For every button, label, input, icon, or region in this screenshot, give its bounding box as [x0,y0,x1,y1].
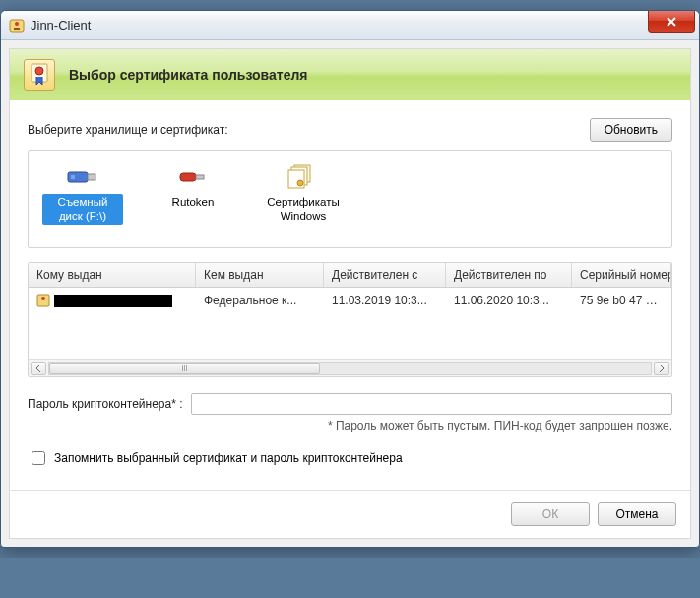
storage-list: Съемный диск (F:\) Rutoken [28,150,672,248]
usb-drive-icon [65,163,100,190]
table-row[interactable]: Федеральное к... 11.03.2019 10:3... 11.0… [29,288,671,313]
svg-point-6 [35,67,43,75]
ok-button[interactable]: ОК [511,502,590,526]
scroll-track[interactable] [48,362,652,375]
app-icon [9,18,25,33]
close-button[interactable] [648,11,695,33]
password-hint: * Пароль может быть пустым. ПИН-код буде… [28,419,672,432]
svg-rect-9 [71,175,75,179]
storage-item-label: Съемный диск (F:\) [42,194,123,225]
cell-issued-to [54,295,172,307]
window-title: Jinn-Client [31,18,91,33]
client-area: Выбор сертификата пользователя Выберите … [9,48,691,539]
cell-valid-to: 11.06.2020 10:3... [446,291,572,310]
cancel-button[interactable]: Отмена [598,502,676,526]
cell-issued-by: Федеральное к... [196,291,324,310]
banner-title: Выбор сертификата пользователя [69,67,308,83]
password-input[interactable] [191,393,672,415]
scroll-left-icon[interactable] [31,362,46,375]
remember-label: Запомнить выбранный сертификат и пароль … [54,451,403,465]
column-header-valid-to[interactable]: Действителен по [446,263,572,287]
certificate-banner-icon [24,59,55,91]
svg-point-17 [41,297,45,300]
svg-rect-8 [88,174,95,180]
column-header-issued-by[interactable]: Кем выдан [196,263,324,287]
banner: Выбор сертификата пользователя [10,49,690,100]
storage-item-removable-disk[interactable]: Съемный диск (F:\) [40,161,125,227]
svg-rect-2 [14,28,20,30]
scroll-right-icon[interactable] [654,362,669,375]
remember-checkbox[interactable] [32,451,45,465]
content: Выберите хранилище и сертификат: Обновит… [10,100,690,490]
rutoken-icon [175,163,211,190]
svg-point-15 [297,180,303,186]
choose-storage-label: Выберите хранилище и сертификат: [28,123,228,137]
storage-item-rutoken[interactable]: Rutoken [151,161,235,212]
storage-item-windows-certs[interactable]: Сертификаты Windows [261,161,346,227]
column-header-valid-from[interactable]: Действителен с [324,263,446,287]
password-label: Пароль криптоконтейнера* : [28,397,183,411]
certificate-row-icon [36,294,50,307]
certificate-table: Кому выдан Кем выдан Действителен с Дейс… [28,262,672,377]
titlebar: Jinn-Client [1,11,699,40]
cell-serial: 75 9e b0 47 08 c... [572,291,671,310]
cell-valid-from: 11.03.2019 10:3... [324,291,446,310]
svg-rect-10 [180,173,196,181]
app-window: Jinn-Client Выбор сертификата пользовате… [0,10,700,548]
storage-item-label: Rutoken [169,194,218,210]
column-header-serial[interactable]: Серийный номер [572,263,671,287]
dialog-footer: ОК Отмена [10,490,690,538]
certificates-icon [286,163,321,190]
column-header-issued-to[interactable]: Кому выдан [29,263,196,287]
svg-rect-11 [196,175,204,179]
table-header: Кому выдан Кем выдан Действителен с Дейс… [29,263,671,288]
horizontal-scrollbar[interactable] [29,359,671,376]
scroll-thumb[interactable] [49,363,320,374]
refresh-button[interactable]: Обновить [590,118,672,142]
svg-point-1 [15,22,19,26]
close-icon [666,17,677,27]
storage-item-label: Сертификаты Windows [263,194,344,225]
